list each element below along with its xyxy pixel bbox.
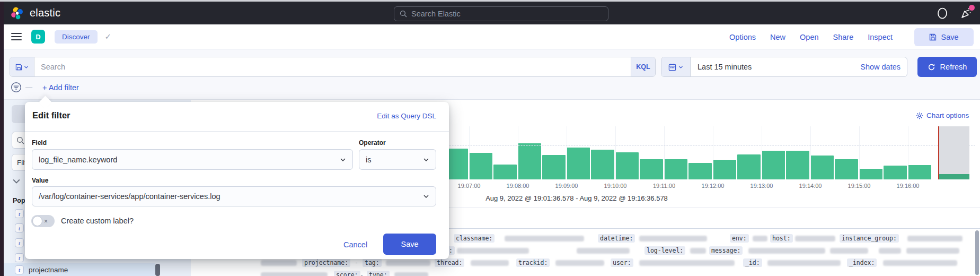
saved-query-menu-button[interactable] — [10, 57, 34, 76]
histogram-bar[interactable] — [859, 169, 882, 179]
main-scrollbar[interactable] — [975, 230, 979, 275]
query-input[interactable]: Search — [34, 57, 631, 76]
redacted-value — [748, 248, 825, 254]
histogram-bar[interactable] — [908, 165, 931, 179]
redacted-value — [386, 260, 430, 266]
histogram-bar[interactable] — [542, 155, 566, 179]
histogram-bar[interactable] — [835, 159, 858, 179]
field-value-dash: - — [355, 259, 358, 266]
field-name-pill[interactable]: projectname: — [302, 258, 350, 267]
redacted-value — [830, 248, 868, 254]
gear-icon — [916, 112, 923, 119]
histogram-bar[interactable] — [810, 156, 834, 179]
global-search-input[interactable]: Search Elastic — [394, 6, 608, 21]
filter-icon[interactable] — [11, 82, 22, 93]
histogram-bar[interactable] — [591, 150, 614, 179]
chart-vertical-gridline — [762, 126, 762, 179]
filter-pin-divider: — — [25, 83, 32, 91]
inspect-button[interactable]: Inspect — [868, 33, 893, 41]
field-name-pill[interactable]: env: — [730, 234, 749, 243]
elastic-logo[interactable]: elastic — [10, 6, 60, 21]
show-dates-button[interactable]: Show dates — [854, 57, 907, 76]
share-button[interactable]: Share — [833, 33, 854, 41]
chevron-down-icon — [24, 65, 29, 70]
field-name-pill[interactable]: instance_group: — [840, 234, 899, 243]
field-name-pill[interactable]: host: — [770, 234, 793, 243]
help-ring-icon[interactable] — [937, 7, 948, 20]
cancel-button[interactable]: Cancel — [343, 240, 367, 249]
query-bar-row: Search KQL Last 15 minutes Show da — [4, 49, 980, 100]
redacted-value — [639, 236, 707, 242]
chart-vertical-gridline — [518, 126, 518, 179]
dialog-divider — [25, 131, 449, 132]
field-name-pill[interactable]: log-level: — [644, 246, 685, 255]
field-name-pill[interactable]: _id: — [743, 258, 762, 267]
custom-label-toggle[interactable]: × — [31, 215, 55, 227]
discover-app: elastic Search Elastic — [0, 0, 980, 276]
histogram-bar[interactable] — [786, 151, 809, 179]
field-name-pill[interactable]: user: — [611, 258, 633, 267]
field-name-pill[interactable]: thread: — [435, 258, 464, 267]
breadcrumb-discover[interactable]: Discover — [55, 30, 98, 44]
field-name-pill[interactable]: type: — [367, 271, 390, 276]
redacted-value — [639, 260, 735, 266]
save-button[interactable]: Save — [914, 28, 974, 46]
operator-select[interactable]: is — [359, 149, 436, 170]
histogram-bar[interactable] — [640, 159, 663, 179]
elastic-logo-icon — [10, 6, 25, 21]
histogram-bar[interactable] — [688, 163, 712, 179]
time-range-value[interactable]: Last 15 minutes — [691, 57, 854, 76]
field-name-pill[interactable]: score: — [334, 271, 360, 276]
newsfeed-icon[interactable] — [960, 7, 973, 20]
edit-as-query-dsl-link[interactable]: Edit as Query DSL — [377, 112, 436, 120]
field-name-pill[interactable]: classname: — [454, 234, 495, 243]
dialog-save-button[interactable]: Save — [383, 234, 436, 255]
histogram-bar[interactable] — [762, 151, 785, 179]
query-search-control: Search KQL — [10, 57, 656, 77]
open-button[interactable]: Open — [800, 33, 818, 41]
options-button[interactable]: Options — [729, 33, 756, 41]
field-name-pill[interactable]: _index: — [847, 258, 877, 267]
kql-button[interactable]: KQL — [631, 57, 655, 76]
field-name-pill[interactable]: tag: — [363, 258, 382, 267]
x-axis-tick-label: 19:14:00 — [799, 183, 822, 189]
redacted-value — [795, 236, 835, 242]
histogram-bar[interactable] — [469, 153, 492, 179]
add-filter-button[interactable]: + Add filter — [42, 83, 79, 92]
x-axis-tick-label: 19:10:00 — [604, 183, 627, 189]
refresh-button[interactable]: Refresh — [917, 57, 977, 77]
histogram-bar[interactable] — [493, 165, 517, 179]
histogram-bar[interactable] — [567, 148, 590, 179]
sidebar-scrollbar[interactable] — [155, 264, 160, 276]
redacted-value — [883, 260, 957, 266]
histogram-bar[interactable] — [518, 143, 541, 179]
redacted-value — [555, 260, 604, 266]
histogram-bar[interactable] — [713, 160, 736, 179]
toggle-off-icon: × — [44, 218, 48, 225]
search-icon — [400, 10, 407, 18]
date-menu-button[interactable] — [661, 57, 691, 76]
space-avatar[interactable]: D — [31, 30, 45, 44]
x-axis-tick-label: 19:07:00 — [458, 183, 481, 189]
chevron-down-icon[interactable] — [13, 178, 20, 185]
x-axis-tick-label: 19:13:00 — [751, 183, 773, 189]
global-header: elastic Search Elastic — [4, 2, 980, 24]
menu-icon[interactable] — [11, 33, 22, 40]
partial-bucket-zone — [939, 126, 969, 179]
x-axis-tick-label: 19:15:00 — [848, 183, 871, 189]
new-button[interactable]: New — [770, 33, 785, 41]
field-name-pill[interactable]: message: — [709, 246, 743, 255]
histogram-bar[interactable] — [884, 166, 907, 179]
field-select[interactable]: log_file_name.keyword — [32, 149, 353, 170]
value-select[interactable]: /var/log/container-services/app/containe… — [32, 186, 436, 206]
field-name-pill[interactable]: trackid: — [516, 258, 550, 267]
redacted-value — [577, 248, 630, 254]
notification-dot — [969, 5, 975, 11]
field-name-pill[interactable]: datetime: — [598, 234, 635, 243]
histogram-bar[interactable] — [615, 152, 639, 179]
histogram-bar[interactable] — [664, 159, 687, 179]
histogram-bar[interactable] — [737, 154, 761, 179]
chart-options-button[interactable]: Chart options — [916, 111, 969, 119]
chart-vertical-gridline — [567, 126, 567, 179]
sidebar-field-projectname[interactable]: t projectname — [4, 263, 155, 276]
